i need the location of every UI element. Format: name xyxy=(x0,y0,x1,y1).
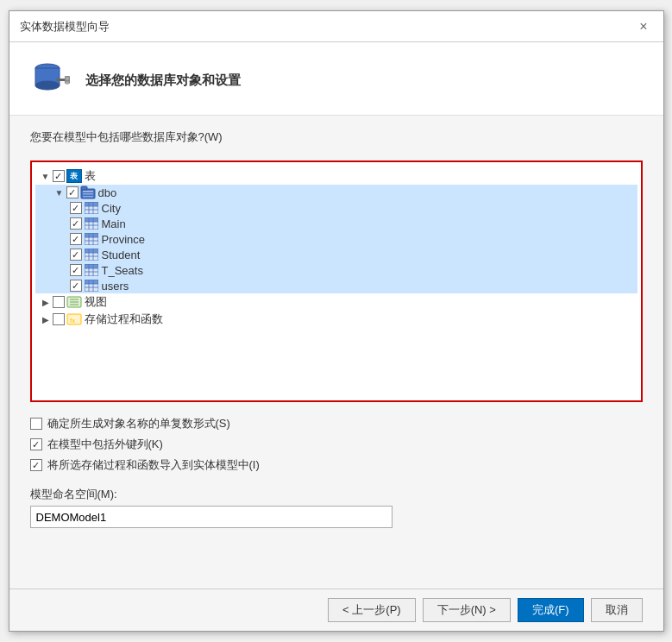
checkbox-importprocs[interactable] xyxy=(30,459,42,471)
svg-rect-23 xyxy=(85,217,98,222)
chevron-root: ▼ xyxy=(39,169,53,183)
svg-text:fx: fx xyxy=(70,317,75,324)
title-bar-left: 实体数据模型向导 xyxy=(20,19,110,35)
svg-rect-8 xyxy=(81,186,87,190)
tree-node-student[interactable]: Student xyxy=(35,247,637,262)
cancel-button[interactable]: 取消 xyxy=(591,598,643,622)
svg-rect-41 xyxy=(85,264,98,268)
option-foreignkey-label: 在模型中包括外键列(K) xyxy=(47,437,163,452)
city-table-icon xyxy=(84,201,99,215)
tree-node-users[interactable]: users xyxy=(35,278,637,293)
footer: < 上一步(P) 下一步(N) > 完成(F) 取消 xyxy=(9,588,663,631)
dialog-title: 实体数据模型向导 xyxy=(20,19,110,35)
chevron-views: ▶ xyxy=(39,295,53,309)
users-table-icon xyxy=(84,279,99,293)
svg-rect-29 xyxy=(85,233,98,237)
content-area: 您要在模型中包括哪些数据库对象?(W) ▼ 表 表 ▼ xyxy=(9,116,663,588)
checkbox-views[interactable] xyxy=(53,296,65,308)
checkbox-root[interactable] xyxy=(53,170,65,182)
schema-icon xyxy=(80,186,96,199)
namespace-label: 模型命名空间(M): xyxy=(30,487,643,502)
tree-section-label: 您要在模型中包括哪些数据库对象?(W) xyxy=(30,129,643,145)
checkbox-procs[interactable] xyxy=(53,313,65,325)
namespace-section: 模型命名空间(M): xyxy=(30,487,643,528)
checkbox-users[interactable] xyxy=(70,280,82,292)
tree-node-root[interactable]: ▼ 表 表 xyxy=(35,167,637,185)
tree-node-procs[interactable]: ▶ fx 存储过程和函数 xyxy=(35,311,637,328)
back-button[interactable]: < 上一步(P) xyxy=(328,598,416,622)
finish-button[interactable]: 完成(F) xyxy=(518,598,584,622)
option-singularize-row: 确定所生成对象名称的单复数形式(S) xyxy=(30,416,643,431)
svg-rect-11 xyxy=(83,196,93,198)
node-label-procs: 存储过程和函数 xyxy=(85,312,163,327)
tree-node-main[interactable]: Main xyxy=(35,216,637,231)
node-label-city: City xyxy=(102,202,121,215)
node-label-province: Province xyxy=(102,233,146,246)
tree-node-province[interactable]: Province xyxy=(35,231,637,247)
checkbox-province[interactable] xyxy=(70,233,82,245)
tree-node-dbo[interactable]: ▼ dbo xyxy=(35,185,637,200)
node-label-users: users xyxy=(102,280,129,293)
options-section: 确定所生成对象名称的单复数形式(S) 在模型中包括外键列(K) 将所选存储过程和… xyxy=(30,416,643,473)
node-label-main: Main xyxy=(102,217,126,230)
tseats-table-icon xyxy=(84,263,99,277)
student-table-icon xyxy=(84,248,99,261)
next-button[interactable]: 下一步(N) > xyxy=(423,598,511,622)
checkbox-main[interactable] xyxy=(70,217,82,230)
option-foreignkey-row: 在模型中包括外键列(K) xyxy=(30,437,643,452)
tree-node-tseats[interactable]: T_Seats xyxy=(35,262,637,278)
checkbox-student[interactable] xyxy=(70,249,82,261)
procs-icon: fx xyxy=(66,312,82,326)
tree-container[interactable]: ▼ 表 表 ▼ xyxy=(30,160,643,402)
header-title: 选择您的数据库对象和设置 xyxy=(85,72,241,89)
views-icon xyxy=(66,295,82,309)
tree-node-city[interactable]: City xyxy=(35,200,637,216)
tree-node-views[interactable]: ▶ 视图 xyxy=(35,293,637,311)
option-singularize-label: 确定所生成对象名称的单复数形式(S) xyxy=(47,416,230,431)
province-table-icon xyxy=(84,232,99,246)
option-importprocs-row: 将所选存储过程和函数导入到实体模型中(I) xyxy=(30,457,643,473)
dialog: 实体数据模型向导 × 选择您的数据库对象和设置 您要在模型中包括哪些数据库对象?… xyxy=(9,10,664,632)
svg-rect-35 xyxy=(85,249,98,253)
main-table-icon xyxy=(84,217,99,230)
svg-rect-10 xyxy=(83,193,93,195)
database-icon xyxy=(30,60,72,101)
node-label-root: 表 xyxy=(85,168,96,184)
table-group-icon: 表 xyxy=(66,169,82,183)
chevron-procs: ▶ xyxy=(39,312,53,326)
checkbox-city[interactable] xyxy=(70,202,82,214)
option-importprocs-label: 将所选存储过程和函数导入到实体模型中(I) xyxy=(47,457,260,473)
chevron-dbo: ▼ xyxy=(53,186,66,199)
node-label-student: Student xyxy=(102,249,141,261)
node-label-dbo: dbo xyxy=(98,186,117,199)
checkbox-dbo[interactable] xyxy=(66,186,79,198)
header-section: 选择您的数据库对象和设置 xyxy=(9,42,663,116)
checkbox-singularize[interactable] xyxy=(30,418,42,430)
namespace-input[interactable] xyxy=(30,506,393,528)
checkbox-tseats[interactable] xyxy=(70,264,82,276)
svg-rect-17 xyxy=(85,202,98,206)
checkbox-foreignkey[interactable] xyxy=(30,438,42,450)
node-label-tseats: T_Seats xyxy=(102,264,143,277)
title-bar: 实体数据模型向导 × xyxy=(9,11,663,42)
close-button[interactable]: × xyxy=(634,17,652,36)
svg-rect-47 xyxy=(85,280,98,284)
svg-point-5 xyxy=(66,77,69,80)
node-label-views: 视图 xyxy=(85,294,107,310)
svg-point-6 xyxy=(66,81,69,85)
svg-point-2 xyxy=(35,81,60,90)
svg-rect-9 xyxy=(83,191,93,192)
